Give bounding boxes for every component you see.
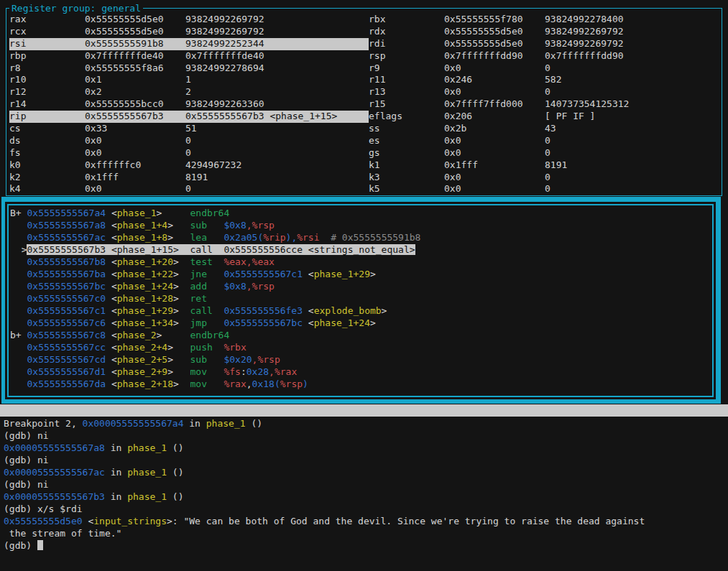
marker-gutter (10, 232, 27, 243)
console-text: (gdb) ni (4, 479, 49, 490)
text-span: > (173, 293, 190, 304)
asm-operand: > (370, 269, 376, 279)
asm-operand: 0x555555556fe3 (224, 305, 303, 316)
asm-operand: %rbx (224, 342, 246, 353)
console-line: (gdb) ni (4, 454, 728, 466)
text-span: < (106, 269, 117, 279)
register-row: k00xffffffc04294967232k10x1fff8191 (9, 159, 722, 172)
register-cell-group: rdx0x55555555d5e093824992269792 (369, 26, 722, 38)
asm-operand: ,%rsp (246, 220, 275, 231)
register-row: rax0x55555555d5e093824992269792rbx0x5555… (9, 14, 722, 26)
asm-listing: B+ 0x5555555567a4 <phase_1> endbr64 0x55… (7, 204, 714, 397)
terminal-cursor[interactable] (37, 540, 43, 550)
asm-mnemonic: ret (190, 293, 224, 304)
gdb-prompt-line[interactable]: (gdb) (4, 539, 728, 552)
asm-operand: > (410, 244, 415, 255)
register-hex-value: 0x55555555bcc0 (85, 98, 185, 111)
register-name: r14 (9, 98, 85, 111)
console-text: 0x00005555555567b3 (4, 491, 105, 502)
register-hex-value: 0x55555555f8a6 (85, 62, 185, 75)
console-text: input_strings (93, 516, 167, 526)
register-cell-group: es0x00 (369, 135, 722, 147)
console-text: () (167, 491, 183, 502)
register-hex-value: 0x33 (85, 123, 185, 135)
text-span: < (106, 342, 117, 353)
asm-mnemonic: endbr64 (190, 208, 229, 218)
register-decimal-value: 93824992278694 (185, 62, 369, 75)
asm-symbol: phase_1+20 (117, 256, 173, 267)
register-cell-group: k00xffffffc04294967232 (9, 159, 369, 172)
status-bar: multi-thre Thread 0x7ffff7fb37 (asm) In:… (0, 404, 728, 417)
asm-address: 0x5555555567a8 (27, 220, 106, 231)
text-span: < (106, 293, 117, 304)
asm-symbol: phase_1+4 (117, 220, 167, 231)
register-hex-value: 0x0 (85, 135, 185, 147)
register-row: ds0x00es0x00 (9, 135, 722, 147)
console-text: in (183, 418, 206, 429)
console-text: >: "We can be both of God and the devil.… (167, 516, 645, 526)
register-decimal-value: 0 (545, 86, 722, 98)
text-span: < (106, 366, 117, 377)
marker-gutter (10, 317, 27, 328)
console-text: () (167, 467, 183, 478)
asm-operand: 0x555555556cce (224, 244, 303, 255)
console-line: (gdb) x/s $rdi (4, 503, 728, 515)
register-hex-value: 0x0 (444, 183, 545, 195)
asm-window-focus-frame: B+ 0x5555555567a4 <phase_1> endbr64 0x55… (1, 197, 721, 404)
console-text: 0x55555555d5e0 (4, 516, 83, 526)
register-hex-value: 0x246 (444, 74, 545, 86)
register-cell-group: rbx0x55555555f78093824992278400 (369, 14, 722, 26)
register-hex-value: 0x55555555d5e0 (85, 26, 185, 38)
console-line: 0x00005555555567ac in phase_1 () (4, 466, 728, 478)
register-name: r15 (369, 98, 444, 111)
text-span: > (173, 244, 190, 255)
asm-symbol: phase_2+9 (117, 366, 167, 377)
asm-operand: ), (286, 232, 298, 243)
register-decimal-value: 51 (185, 123, 369, 135)
register-hex-value: 0x55555555d5e0 (444, 26, 545, 38)
asm-address: 0x5555555567ba (27, 269, 106, 279)
asm-mnemonic: lea (190, 232, 224, 243)
asm-instruction: 0x5555555567c8 <phase_2> endbr64 (27, 330, 229, 340)
register-name: rsp (369, 50, 444, 62)
register-decimal-value: 0 (185, 183, 369, 195)
asm-address: 0x5555555567da (27, 379, 106, 389)
register-decimal-value: 93824992269792 (185, 26, 369, 38)
register-row: r120x22r130x00 (9, 86, 722, 98)
asm-address: 0x5555555567d1 (27, 366, 106, 377)
register-decimal-value: 43 (545, 123, 722, 135)
asm-address: 0x5555555567a4 (27, 208, 106, 218)
register-cell-group: k40x00 (9, 183, 369, 195)
asm-operand: 0x2a05( (224, 232, 263, 243)
console-text: (gdb) (4, 540, 37, 551)
register-cell-group: rbp0x7fffffffde400x7fffffffde40 (9, 50, 369, 62)
gdb-console[interactable]: Breakpoint 2, 0x00005555555567a4 in phas… (4, 417, 728, 552)
register-row: k40x00k50x00 (9, 183, 722, 195)
marker-gutter (10, 366, 27, 377)
text-span: < (106, 256, 117, 267)
register-name: k4 (9, 183, 85, 195)
asm-instruction: 0x5555555567d1 <phase_2+9> mov %fs:0x28,… (27, 366, 297, 377)
register-decimal-value: 140737354125312 (545, 98, 722, 111)
asm-operand: : (241, 366, 246, 377)
asm-symbol: phase_2+5 (117, 354, 167, 365)
console-text: Breakpoint 2, (4, 418, 83, 429)
register-cell-group: rip0x5555555567b30x5555555567b3 <phase_1… (9, 111, 369, 123)
register-hex-value: 0x1fff (85, 172, 185, 184)
console-text: in (105, 442, 127, 453)
asm-mnemonic: endbr64 (190, 330, 229, 340)
asm-window[interactable]: B+ 0x5555555567a4 <phase_1> endbr64 0x55… (5, 202, 716, 399)
asm-operand: > (382, 305, 387, 316)
register-cell-group: r90x00 (369, 62, 722, 75)
register-cell-group: r80x55555555f8a693824992278694 (9, 62, 369, 75)
text-span: < (106, 317, 117, 328)
register-window[interactable]: Register group: general rax0x55555555d5e… (6, 8, 722, 196)
register-decimal-value: 582 (545, 74, 722, 86)
register-cell-group: k10x1fff8191 (369, 159, 722, 172)
register-hex-value: 0xffffffc0 (85, 159, 185, 172)
asm-line: 0x5555555567bc <phase_1+24> add $0x8,%rs… (10, 280, 712, 292)
register-hex-value: 0x0 (444, 135, 545, 147)
asm-mnemonic: call (190, 305, 224, 316)
asm-mnemonic: jmp (190, 317, 224, 328)
register-name: r11 (369, 74, 444, 86)
